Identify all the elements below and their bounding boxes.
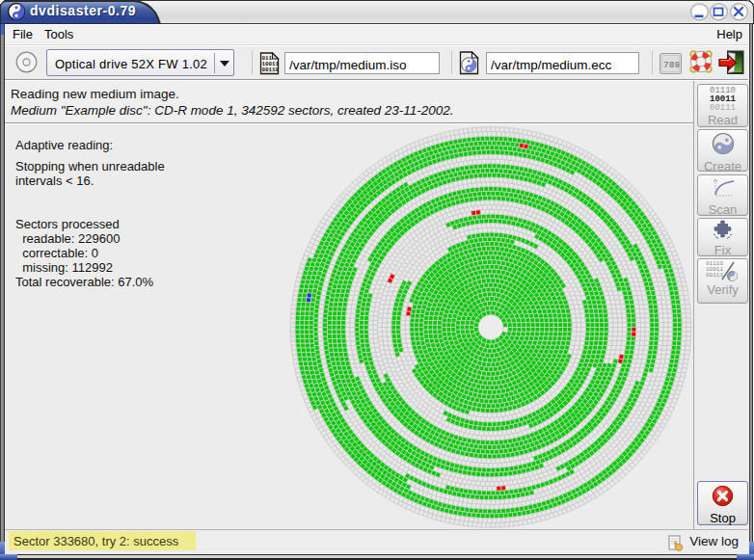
svg-text:789: 789 [663,60,680,70]
svg-text:00110: 00110 [262,67,280,73]
